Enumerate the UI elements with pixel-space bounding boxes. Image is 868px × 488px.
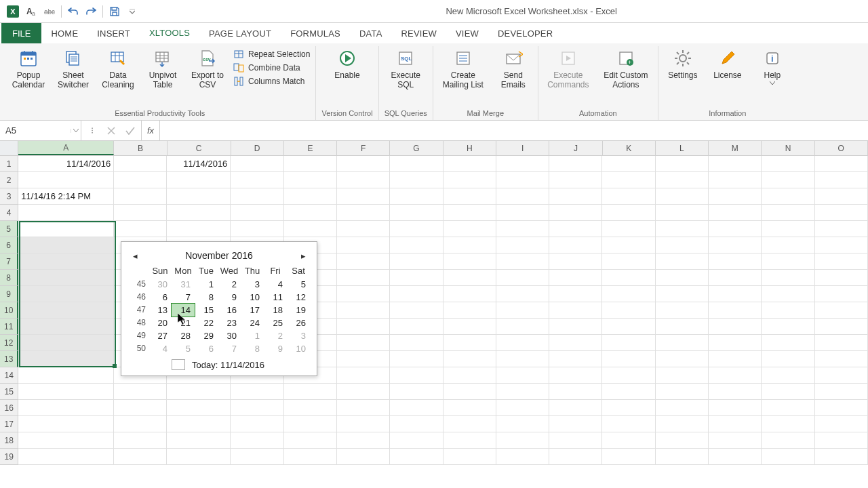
cell-G2[interactable] — [390, 172, 443, 188]
cell-K11[interactable] — [602, 319, 655, 335]
cell-E19[interactable] — [284, 449, 337, 465]
cell-A2[interactable] — [18, 172, 114, 188]
cell-A16[interactable] — [18, 400, 114, 416]
license-button[interactable]: License — [709, 47, 747, 80]
cell-J18[interactable] — [549, 432, 602, 449]
cell-C1[interactable]: 11/14/2016 — [167, 156, 231, 172]
cell-H5[interactable] — [443, 221, 496, 237]
cell-O3[interactable] — [815, 188, 868, 205]
cell-C2[interactable] — [167, 172, 231, 188]
cell-L18[interactable] — [656, 432, 709, 449]
unpivot-table-button[interactable]: Unpivot Table — [144, 47, 182, 89]
cell-M4[interactable] — [709, 205, 762, 221]
cell-L13[interactable] — [656, 351, 709, 367]
dp-day[interactable]: 3 — [287, 329, 310, 342]
cell-C4[interactable] — [167, 205, 231, 221]
cell-M7[interactable] — [709, 253, 762, 270]
cell-O17[interactable] — [815, 416, 868, 432]
cell-I5[interactable] — [496, 221, 549, 237]
cell-G16[interactable] — [390, 400, 443, 416]
cell-J8[interactable] — [549, 270, 602, 286]
cell-L2[interactable] — [656, 172, 709, 188]
formula-input[interactable] — [160, 121, 868, 140]
cell-I13[interactable] — [496, 351, 549, 367]
row-header-15[interactable]: 15 — [0, 384, 18, 400]
dp-day[interactable]: 10 — [287, 342, 310, 355]
dp-day[interactable]: 11 — [264, 291, 287, 304]
cell-A7[interactable] — [18, 253, 114, 270]
cell-B5[interactable] — [114, 221, 167, 237]
cell-I12[interactable] — [496, 335, 549, 351]
cell-A11[interactable] — [18, 319, 114, 335]
cell-A5[interactable] — [18, 221, 114, 237]
cell-N12[interactable] — [762, 335, 814, 351]
name-box-dropdown[interactable] — [71, 129, 81, 133]
cell-M19[interactable] — [709, 449, 762, 465]
cell-N16[interactable] — [762, 400, 814, 416]
cell-L4[interactable] — [656, 205, 709, 221]
cell-L3[interactable] — [656, 188, 709, 205]
cell-L10[interactable] — [656, 302, 709, 319]
cell-B3[interactable] — [114, 188, 167, 205]
cell-F16[interactable] — [337, 400, 390, 416]
cell-N14[interactable] — [762, 367, 814, 384]
row-header-1[interactable]: 1 — [0, 156, 18, 172]
column-header-G[interactable]: G — [390, 141, 443, 155]
cell-A13[interactable] — [18, 351, 114, 367]
dp-day[interactable]: 13 — [149, 304, 172, 317]
cell-F11[interactable] — [337, 319, 390, 335]
dp-day[interactable]: 7 — [218, 342, 241, 355]
cell-A6[interactable] — [18, 237, 114, 253]
cell-O11[interactable] — [815, 319, 868, 335]
cell-J6[interactable] — [549, 237, 602, 253]
cell-F7[interactable] — [337, 253, 390, 270]
cell-G15[interactable] — [390, 384, 443, 400]
row-header-17[interactable]: 17 — [0, 416, 18, 432]
cell-M12[interactable] — [709, 335, 762, 351]
tab-file[interactable]: FILE — [1, 23, 41, 43]
cell-H13[interactable] — [443, 351, 496, 367]
cell-O4[interactable] — [815, 205, 868, 221]
cell-F6[interactable] — [337, 237, 390, 253]
cell-N19[interactable] — [762, 449, 814, 465]
cell-J10[interactable] — [549, 302, 602, 319]
cell-M10[interactable] — [709, 302, 762, 319]
cell-G11[interactable] — [390, 319, 443, 335]
cell-A15[interactable] — [18, 384, 114, 400]
dp-day[interactable]: 15 — [195, 304, 218, 317]
cell-A19[interactable] — [18, 449, 114, 465]
dp-day[interactable]: 4 — [149, 342, 172, 355]
cell-L14[interactable] — [656, 367, 709, 384]
cell-K18[interactable] — [602, 432, 655, 449]
cell-J3[interactable] — [549, 188, 602, 205]
cell-I15[interactable] — [496, 384, 549, 400]
row-header-16[interactable]: 16 — [0, 400, 18, 416]
cell-H3[interactable] — [443, 188, 496, 205]
cell-A1[interactable]: 11/14/2016 — [18, 156, 114, 172]
cell-B17[interactable] — [114, 416, 167, 432]
cell-K10[interactable] — [602, 302, 655, 319]
columns-match-button[interactable]: Columns Match — [233, 76, 310, 87]
cell-D15[interactable] — [231, 384, 283, 400]
cell-N13[interactable] — [762, 351, 814, 367]
cell-G5[interactable] — [390, 221, 443, 237]
cell-H12[interactable] — [443, 335, 496, 351]
cell-E1[interactable] — [284, 156, 337, 172]
enter-button[interactable] — [121, 121, 140, 140]
cell-E17[interactable] — [284, 416, 337, 432]
row-header-11[interactable]: 11 — [0, 319, 18, 335]
cell-M17[interactable] — [709, 416, 762, 432]
cell-L9[interactable] — [656, 286, 709, 302]
dp-day[interactable]: 7 — [172, 291, 195, 304]
cell-G8[interactable] — [390, 270, 443, 286]
cell-N15[interactable] — [762, 384, 814, 400]
dp-day[interactable]: 12 — [287, 291, 310, 304]
cell-C18[interactable] — [167, 432, 231, 449]
cell-J16[interactable] — [549, 400, 602, 416]
name-box-input[interactable] — [0, 121, 71, 140]
cell-E2[interactable] — [284, 172, 337, 188]
cell-G7[interactable] — [390, 253, 443, 270]
cell-G12[interactable] — [390, 335, 443, 351]
dp-day[interactable]: 1 — [195, 278, 218, 291]
cell-J15[interactable] — [549, 384, 602, 400]
